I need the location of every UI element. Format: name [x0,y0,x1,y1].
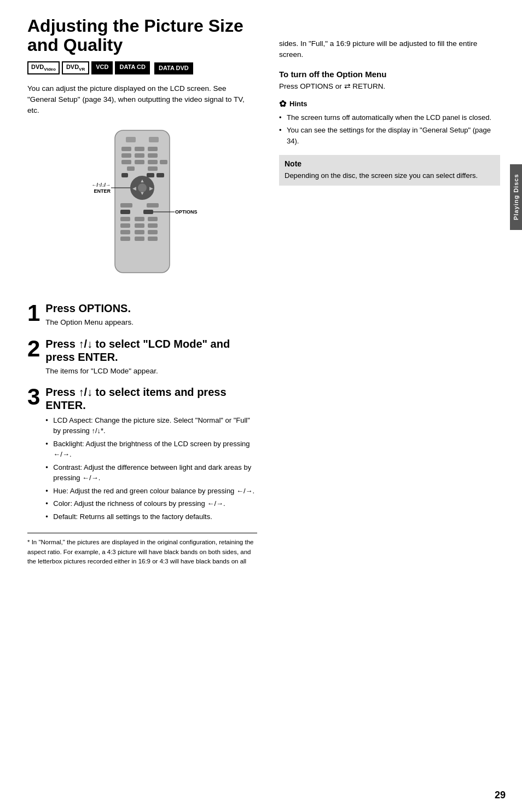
svg-rect-37 [120,237,130,241]
step-2-body: The items for "LCD Mode" appear. [45,366,257,377]
bullet-lcd-aspect: LCD Aspect: Change the picture size. Sel… [45,415,257,436]
step-2-number: 2 [27,337,40,360]
step-3: 3 Press ↑/↓ to select items and press EN… [27,385,257,525]
step-3-heading: Press ↑/↓ to select items and press ENTE… [45,385,257,412]
hint-2: You can see the settings for the display… [279,125,500,146]
hints-list: The screen turns off automatically when … [279,112,500,147]
svg-rect-11 [148,160,158,164]
turn-off-text: Press OPTIONS or ⇄ RETURN. [279,81,500,92]
svg-rect-34 [120,230,130,234]
step-1-number: 1 [27,302,40,325]
hints-title: ✿ Hints [279,99,500,109]
svg-rect-24 [120,203,132,208]
svg-text:▶: ▶ [149,186,153,191]
disc-badges: DVDVideo DVDVR VCD DATA CD DATA DVD [27,61,257,74]
svg-rect-39 [148,237,158,241]
bullet-backlight: Backlight: Adjust the brightness of the … [45,439,257,460]
svg-rect-25 [147,203,159,208]
badge-dvdvideo: DVDVideo [27,61,60,74]
svg-rect-15 [121,173,128,177]
bullet-color: Color: Adjust the richness of colours by… [45,498,257,509]
step-1: 1 Press OPTIONS. The Option Menu appears… [27,302,257,328]
note-box: Note Depending on the disc, the screen s… [279,155,500,186]
svg-rect-14 [148,166,158,171]
badge-dvdvr: DVDVR [62,61,89,74]
badge-vcd: VCD [91,61,113,74]
svg-rect-38 [135,237,144,241]
bullet-default: Default: Returns all settings to the fac… [45,511,257,522]
page-title: Adjusting the Picture Size and Quality [27,16,257,55]
svg-rect-35 [135,230,144,234]
svg-point-23 [138,183,147,192]
svg-rect-4 [135,147,144,151]
side-tab: Playing Discs [510,164,522,230]
svg-rect-7 [135,153,144,158]
step-3-number: 3 [27,385,40,408]
svg-rect-2 [149,137,159,142]
hint-1: The screen turns off automatically when … [279,112,500,123]
svg-rect-3 [121,147,131,151]
svg-rect-13 [127,166,135,171]
svg-text:OPTIONS: OPTIONS [175,209,198,215]
bullet-hue: Hue: Adjust the red and green colour bal… [45,486,257,497]
svg-rect-12 [160,160,167,164]
svg-text:←/↑/↓/→: ←/↑/↓/→ [91,182,111,188]
svg-rect-16 [147,173,154,177]
remote-illustration: ▲ ▼ ◀ ▶ [82,125,202,291]
badge-datadvd: DATA DVD [154,62,193,74]
svg-rect-17 [156,173,164,177]
svg-text:ENTER: ENTER [94,188,111,194]
intro-text: You can adjust the picture displayed on … [27,83,257,117]
bullet-contrast: Contrast: Adjust the difference between … [45,462,257,483]
hints-box: ✿ Hints The screen turns off automatical… [279,99,500,147]
svg-rect-32 [135,223,144,228]
svg-text:◀: ◀ [132,186,136,191]
svg-rect-5 [148,147,158,151]
step-3-bullets: LCD Aspect: Change the picture size. Sel… [45,415,257,522]
note-text: Depending on the disc, the screen size y… [285,170,495,181]
svg-rect-8 [148,153,158,158]
svg-rect-6 [121,153,131,158]
step-2: 2 Press ↑/↓ to select "LCD Mode" and pre… [27,337,257,377]
svg-rect-33 [148,223,158,228]
svg-rect-26 [120,210,130,214]
hints-label: Hints [289,100,308,108]
svg-rect-27 [143,210,153,214]
svg-rect-31 [120,223,130,228]
remote-svg: ▲ ▼ ◀ ▶ [82,125,202,289]
page-number: 29 [495,790,506,801]
note-title: Note [285,159,495,168]
step-1-body: The Option Menu appears. [45,317,257,328]
svg-rect-9 [121,160,131,164]
svg-text:▲: ▲ [140,178,145,183]
footnote: * In "Normal," the pictures are displaye… [27,533,257,566]
right-intro: sides. In "Full," a 16:9 picture will be… [279,38,500,61]
turn-off-heading: To turn off the Option Menu [279,70,500,79]
svg-rect-28 [120,217,130,221]
step-1-heading: Press OPTIONS. [45,302,257,315]
svg-rect-1 [126,137,136,142]
svg-rect-30 [148,217,158,221]
badge-datacd: DATA CD [115,61,149,74]
svg-rect-10 [135,160,144,164]
svg-rect-36 [148,230,158,234]
step-2-heading: Press ↑/↓ to select "LCD Mode" and press… [45,337,257,364]
svg-rect-29 [135,217,144,221]
hints-icon: ✿ [279,99,286,109]
svg-rect-0 [115,130,170,273]
